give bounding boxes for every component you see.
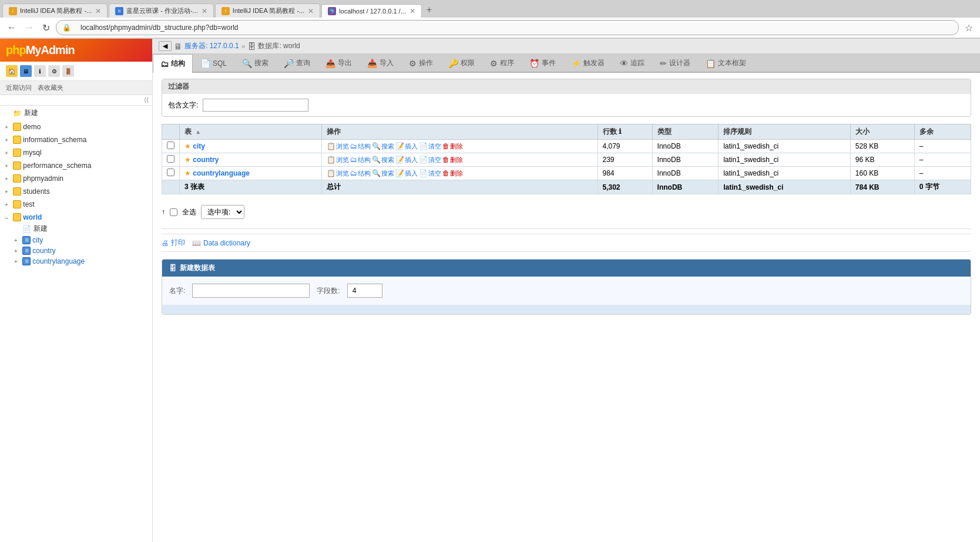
browser-tab-1[interactable]: i IntelliJ IDEA 简易教程 -... ✕ <box>2 4 108 18</box>
countrylanguage-empty[interactable]: 📄清空 <box>419 169 441 178</box>
tab-export[interactable]: 📤 导出 <box>318 54 360 72</box>
server-breadcrumb-link[interactable]: 服务器: 127.0.0.1 <box>184 41 239 51</box>
data-dict-link[interactable]: 📖 Data dictionary <box>192 239 250 247</box>
country-browse[interactable]: 📋浏览 <box>327 156 349 164</box>
country-tree-row[interactable]: + 𝄜 country <box>9 245 152 256</box>
countrylanguage-insert[interactable]: 📝插入 <box>395 169 418 178</box>
world-row[interactable]: – world <box>0 212 152 223</box>
perf-schema-row[interactable]: + performance_schema <box>0 160 152 171</box>
expand-icon: + <box>5 201 13 208</box>
countrylanguage-search[interactable]: 🔍搜索 <box>372 169 394 178</box>
countrylanguage-link[interactable]: countrylanguage <box>193 169 250 177</box>
tab-trace[interactable]: 👁 追踪 <box>612 54 652 72</box>
country-drop[interactable]: 🗑删除 <box>442 156 463 164</box>
tab-search[interactable]: 🔍 搜索 <box>234 54 276 72</box>
country-checkbox[interactable] <box>167 155 174 163</box>
city-tree-row[interactable]: + 𝄜 city <box>9 235 152 245</box>
browser-tab-4[interactable]: 🐬 localhost / 127.0.0.1 /... ✕ <box>321 4 422 18</box>
url-input[interactable] <box>75 22 952 33</box>
sidebar-collapse-btn[interactable]: ⟨⟨ <box>0 95 152 106</box>
city-structure[interactable]: 🗂结构 <box>350 142 371 151</box>
city-insert[interactable]: 📝插入 <box>395 142 418 151</box>
tree-item-test: + test <box>0 198 152 211</box>
new-table-tree-row[interactable]: 📄 新建 <box>9 223 152 235</box>
tab-close-1[interactable]: ✕ <box>95 7 101 15</box>
expand-icon: + <box>5 163 13 169</box>
countrylanguage-structure[interactable]: 🗂结构 <box>350 169 371 178</box>
country-structure[interactable]: 🗂结构 <box>350 156 371 164</box>
recent-link[interactable]: 近期访问 <box>6 83 32 92</box>
info-icon[interactable]: ℹ <box>34 65 46 77</box>
countrylanguage-browse[interactable]: 📋浏览 <box>327 169 349 178</box>
tab-close-2[interactable]: ✕ <box>202 7 207 15</box>
home-icon[interactable]: 🏠 <box>6 65 18 77</box>
forward-button[interactable]: → <box>22 21 36 34</box>
reload-button[interactable]: ↻ <box>40 21 52 35</box>
tab-operate[interactable]: ⚙ 操作 <box>401 54 441 72</box>
total-action-label: 总计 <box>321 180 598 194</box>
tab-privileges[interactable]: 🔑 权限 <box>441 54 482 72</box>
test-row[interactable]: + test <box>0 199 152 210</box>
countrylanguage-checkbox[interactable] <box>167 169 174 176</box>
world-label: world <box>23 213 42 221</box>
countrylanguage-table-icon: 𝄜 <box>22 257 31 265</box>
back-button[interactable]: ← <box>5 21 19 34</box>
logo-php: php <box>6 43 26 56</box>
city-star[interactable]: ★ <box>184 142 191 150</box>
tab-routines[interactable]: ⚙ 程序 <box>482 54 522 72</box>
new-table-name-input[interactable] <box>192 284 310 298</box>
tab-sql[interactable]: 📄 SQL <box>193 54 234 72</box>
tab-structure[interactable]: 🗂 结构 <box>153 54 193 73</box>
filter-input[interactable] <box>203 99 308 112</box>
tab-events[interactable]: ⏰ 事件 <box>522 54 563 72</box>
exit-icon[interactable]: 🚪 <box>62 65 74 77</box>
select-all-checkbox[interactable] <box>170 208 177 216</box>
countrylanguage-drop[interactable]: 🗑删除 <box>442 169 463 178</box>
phpmyadmin-row[interactable]: + phpmyadmin <box>0 173 152 184</box>
print-link[interactable]: 🖨 打印 <box>162 238 185 248</box>
country-empty[interactable]: 📄清空 <box>419 156 441 164</box>
favorites-link[interactable]: 表收藏夹 <box>38 83 63 92</box>
country-link[interactable]: country <box>193 156 219 164</box>
filter-header[interactable]: 过滤器 <box>162 79 971 94</box>
countrylanguage-tree-row[interactable]: + 𝄜 countrylanguage <box>9 256 152 267</box>
mysql-row[interactable]: + mysql <box>0 147 152 158</box>
country-insert[interactable]: 📝插入 <box>395 156 418 164</box>
tab-close-4[interactable]: ✕ <box>410 7 415 15</box>
server-icon[interactable]: 🖥 <box>20 65 32 77</box>
city-search[interactable]: 🔍搜索 <box>372 142 394 151</box>
tab-import[interactable]: 📥 导入 <box>360 54 401 72</box>
country-search[interactable]: 🔍搜索 <box>372 156 394 164</box>
countrylanguage-star[interactable]: ★ <box>184 169 191 177</box>
browser-tab-3[interactable]: i IntelliJ IDEA 简易教程 -... ✕ <box>215 4 320 18</box>
country-star[interactable]: ★ <box>184 156 191 164</box>
bookmark-button[interactable]: ☆ <box>962 21 975 35</box>
tab-textframe[interactable]: 📋 文本框架 <box>698 54 754 72</box>
tab-triggers[interactable]: ⚡ 触发器 <box>563 54 612 72</box>
collapse-sidebar-button[interactable]: ◀ <box>159 41 172 51</box>
demo-row[interactable]: + demo <box>0 122 152 132</box>
students-row[interactable]: + students <box>0 186 152 197</box>
new-db-row[interactable]: 📁 新建 <box>0 107 152 119</box>
browser-tab-2[interactable]: b 蓝星云班课 - 作业活动-... ✕ <box>109 4 214 18</box>
city-link[interactable]: city <box>193 142 205 150</box>
info-schema-row[interactable]: + information_schema <box>0 134 152 145</box>
tab-close-3[interactable]: ✕ <box>308 7 314 15</box>
privileges-tab-icon: 🔑 <box>448 59 458 68</box>
city-type: InnoDB <box>652 140 719 153</box>
col-table-header[interactable]: 表 ▲ <box>180 124 322 140</box>
city-drop[interactable]: 🗑删除 <box>442 142 463 151</box>
tab-query[interactable]: 🔎 查询 <box>276 54 318 72</box>
textframe-tab-label: 文本框架 <box>718 58 746 68</box>
city-browse[interactable]: 📋浏览 <box>327 142 349 151</box>
new-table-fields-input[interactable] <box>347 284 382 298</box>
select-action-dropdown[interactable]: 选中项: <box>201 205 244 219</box>
new-tab-button[interactable]: + <box>423 2 435 18</box>
sidebar-header: phpMyAdmin <box>0 39 152 62</box>
city-empty[interactable]: 📄清空 <box>419 142 441 151</box>
settings-icon[interactable]: ⚙ <box>48 65 60 77</box>
tab-designer[interactable]: ✏ 设计器 <box>652 54 698 72</box>
city-table-icon: 𝄜 <box>22 236 31 244</box>
city-checkbox[interactable] <box>167 142 174 149</box>
new-db-icon: 📁 <box>13 109 22 117</box>
